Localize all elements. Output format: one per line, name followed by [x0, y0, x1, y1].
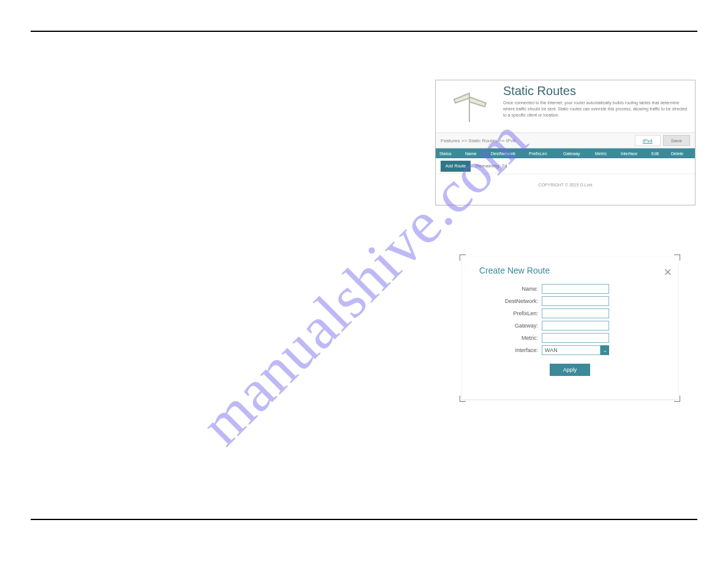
chevron-down-icon: ⌄ — [601, 345, 609, 355]
signpost-icon — [436, 80, 503, 132]
remaining-count: Remaining: 24 — [476, 163, 507, 169]
prefixlen-input[interactable] — [542, 308, 609, 318]
page-title: Static Routes — [503, 84, 691, 98]
table-header: Status Name DestNetwork PrefixLen Gatewa… — [436, 148, 695, 158]
static-routes-screenshot: Static Routes Once connected to the Inte… — [435, 80, 696, 205]
dialog-title: Create New Route — [462, 257, 678, 282]
svg-marker-1 — [454, 93, 469, 103]
ipv4-link[interactable]: IPv4 — [635, 135, 661, 146]
metric-label: Metric: — [462, 335, 542, 341]
top-rule — [31, 31, 697, 32]
destnetwork-label: DestNetwork: — [462, 298, 542, 304]
close-icon[interactable]: × — [664, 264, 672, 280]
svg-marker-2 — [469, 97, 486, 107]
metric-input[interactable] — [542, 333, 609, 343]
bottom-rule — [31, 519, 697, 520]
gateway-label: Gateway: — [462, 323, 542, 329]
apply-button[interactable]: Apply — [550, 364, 590, 376]
prefixlen-label: PrefixLen: — [462, 310, 542, 316]
interface-select[interactable]: WAN ⌄ — [542, 345, 609, 355]
gateway-input[interactable] — [542, 321, 609, 331]
name-input[interactable] — [542, 284, 609, 294]
copyright: COPYRIGHT © 2015 D-Link — [436, 183, 695, 187]
interface-label: Interface: — [462, 347, 542, 353]
destnetwork-input[interactable] — [542, 296, 609, 306]
create-route-dialog-screenshot: Create New Route × Name: DestNetwork: Pr… — [460, 255, 680, 402]
add-route-button[interactable]: Add Route — [441, 161, 471, 172]
name-label: Name: — [462, 286, 542, 292]
page-description: Once connected to the Internet, your rou… — [503, 100, 691, 118]
save-button[interactable]: Save — [663, 135, 690, 146]
breadcrumb: Features >> Static Routes >> IPv6 — [441, 138, 632, 144]
